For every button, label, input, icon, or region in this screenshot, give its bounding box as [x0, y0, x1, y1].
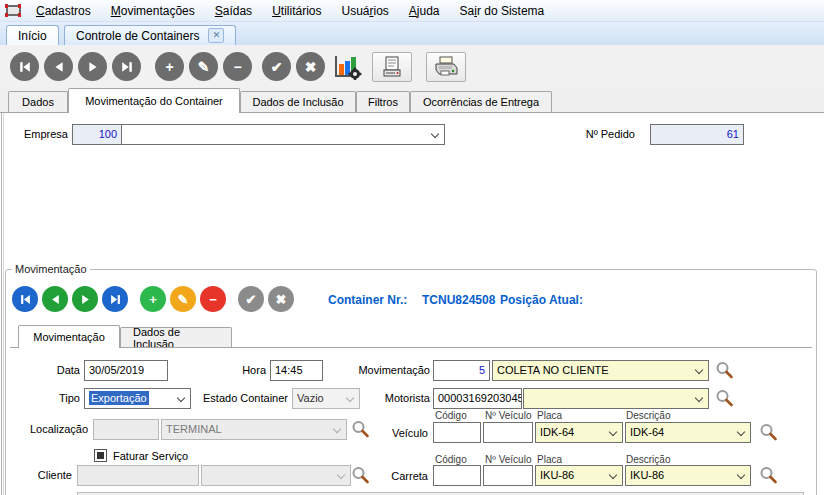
carreta-placa-combobox[interactable]: IKU-86: [535, 465, 623, 486]
tab-inner-movimentacao[interactable]: Movimentação: [18, 325, 120, 348]
motorista-combobox[interactable]: [523, 388, 709, 409]
veiculo-col-placa-label: Placa: [537, 410, 562, 421]
movimentacao-combobox[interactable]: COLETA NO CLIENTE: [492, 360, 709, 381]
tipo-combobox[interactable]: Exportação: [84, 388, 191, 409]
localizacao-code-field[interactable]: [93, 419, 159, 440]
x-icon: ✖: [305, 59, 317, 75]
menu-saidas[interactable]: Saídas: [205, 2, 262, 20]
add-button[interactable]: +: [155, 52, 184, 81]
carreta-nveiculo-field[interactable]: [483, 465, 533, 486]
chevron-down-icon: [333, 425, 341, 433]
chevron-down-icon[interactable]: [177, 394, 185, 402]
mov-delete-button[interactable]: −: [200, 286, 226, 312]
window-tabstrip: Início Controle de Containers ✕: [0, 22, 824, 45]
main-toolbar: + ✎ − ✔ ✖: [0, 45, 824, 88]
menu-ajuda[interactable]: Ajuda: [399, 2, 450, 20]
mov-add-button[interactable]: +: [140, 286, 166, 312]
first-record-icon: [19, 61, 31, 73]
veiculo-codigo-field[interactable]: [433, 422, 481, 443]
prev-record-icon: [53, 61, 65, 73]
chevron-down-icon[interactable]: [737, 471, 745, 479]
tab-ocorrencias-de-entrega[interactable]: Ocorrências de Entrega: [410, 91, 552, 112]
localizacao-combobox[interactable]: TERMINAL: [161, 419, 347, 440]
menu-cadastros[interactable]: Cadastros: [26, 2, 101, 20]
left-border-line: [1, 113, 2, 495]
chevron-down-icon[interactable]: [609, 471, 617, 479]
cancel-button[interactable]: ✖: [296, 52, 325, 81]
carreta-codigo-field[interactable]: [433, 465, 481, 486]
veiculo-descricao-combobox[interactable]: IDK-64: [625, 422, 751, 443]
empresa-combobox[interactable]: [121, 124, 445, 145]
x-icon: ✖: [276, 292, 287, 307]
pedido-field[interactable]: 61: [650, 124, 744, 145]
mov-prev-button[interactable]: [42, 286, 68, 312]
delete-button[interactable]: −: [223, 52, 252, 81]
mov-cancel-button[interactable]: ✖: [268, 286, 294, 312]
posicao-atual-label: Posição Atual:: [500, 293, 583, 307]
cliente-combobox[interactable]: [201, 465, 351, 486]
chevron-down-icon: [337, 471, 345, 479]
tab-inicio[interactable]: Início: [6, 25, 59, 45]
print-preview-button[interactable]: [372, 52, 412, 82]
data-field[interactable]: 30/05/2019: [84, 360, 168, 381]
localizacao-label: Localização: [14, 419, 88, 439]
mov-confirm-button[interactable]: ✔: [238, 286, 264, 312]
menu-sair-do-sistema[interactable]: Sair do Sistema: [450, 2, 555, 20]
menu-movimentacoes[interactable]: Movimentações: [101, 2, 205, 20]
mov-edit-button[interactable]: ✎: [170, 286, 196, 312]
next-record-button[interactable]: [78, 52, 107, 81]
menu-utilitarios[interactable]: Utilitários: [262, 2, 331, 20]
motorista-code-field[interactable]: 00003169203045: [433, 388, 522, 409]
carreta-descricao-combobox[interactable]: IKU-86: [625, 465, 751, 486]
estado-container-label: Estado Container: [195, 388, 288, 408]
veiculo-label: Veículo: [358, 423, 428, 443]
chevron-down-icon[interactable]: [609, 428, 617, 436]
tab-dados[interactable]: Dados: [8, 91, 68, 112]
menu-usuarios[interactable]: Usuários: [331, 2, 398, 20]
hora-field[interactable]: 14:45: [270, 360, 323, 381]
cliente-code-field[interactable]: [77, 465, 199, 486]
chart-button[interactable]: [328, 53, 366, 81]
mov-last-button[interactable]: [102, 286, 128, 312]
movimentacao-code-field[interactable]: 5: [433, 360, 490, 381]
confirm-button[interactable]: ✔: [262, 52, 291, 81]
movimentacao-search-icon[interactable]: [714, 360, 734, 380]
chevron-down-icon[interactable]: [431, 130, 439, 138]
veiculo-nveiculo-field[interactable]: [483, 422, 533, 443]
main-tabs: Dados Movimentação do Container Dados de…: [2, 88, 824, 112]
bar-chart-gear-icon: [332, 54, 362, 80]
chevron-down-icon[interactable]: [695, 394, 703, 402]
chevron-down-icon[interactable]: [737, 428, 745, 436]
motorista-search-icon[interactable]: [714, 388, 734, 408]
movimentacao-groupbox: Movimentação + ✎ − ✔ ✖ Container Nr.: TC…: [5, 263, 817, 495]
carreta-search-icon[interactable]: [758, 465, 778, 485]
tab-controle-de-containers[interactable]: Controle de Containers ✕: [64, 25, 236, 45]
data-label: Data: [26, 360, 80, 380]
tab-movimentacao-do-container[interactable]: Movimentação do Container: [68, 88, 240, 113]
edit-button[interactable]: ✎: [189, 52, 218, 81]
carreta-col-nveiculo-label: Nº Veículo: [485, 454, 531, 465]
hora-label: Hora: [206, 360, 266, 380]
mov-next-button[interactable]: [72, 286, 98, 312]
empresa-code-field[interactable]: 100: [72, 124, 122, 145]
carreta-col-codigo-label: Código: [435, 454, 467, 465]
tab-filtros[interactable]: Filtros: [356, 91, 410, 112]
last-record-button[interactable]: [112, 52, 141, 81]
first-record-button[interactable]: [10, 52, 39, 81]
inner-tabs: Movimentação Dados de Inclusão: [6, 325, 812, 348]
chevron-down-icon[interactable]: [695, 366, 703, 374]
first-record-icon: [20, 294, 31, 305]
groupbox-title: Movimentação: [12, 263, 90, 275]
mov-first-button[interactable]: [12, 286, 38, 312]
tab-dados-de-inclusao[interactable]: Dados de Inclusão: [240, 91, 356, 112]
print-button[interactable]: [426, 52, 466, 82]
container-nr-value: TCNU824508: [422, 293, 495, 307]
faturar-servico-checkbox[interactable]: [94, 449, 107, 462]
veiculo-search-icon[interactable]: [758, 422, 778, 442]
tab-inner-dados-de-inclusao[interactable]: Dados de Inclusão: [120, 327, 232, 347]
inner-tab-divider: [10, 347, 812, 348]
veiculo-placa-combobox[interactable]: IDK-64: [535, 422, 623, 443]
prev-record-button[interactable]: [44, 52, 73, 81]
close-icon[interactable]: ✕: [208, 28, 224, 43]
prev-record-icon: [50, 294, 61, 305]
